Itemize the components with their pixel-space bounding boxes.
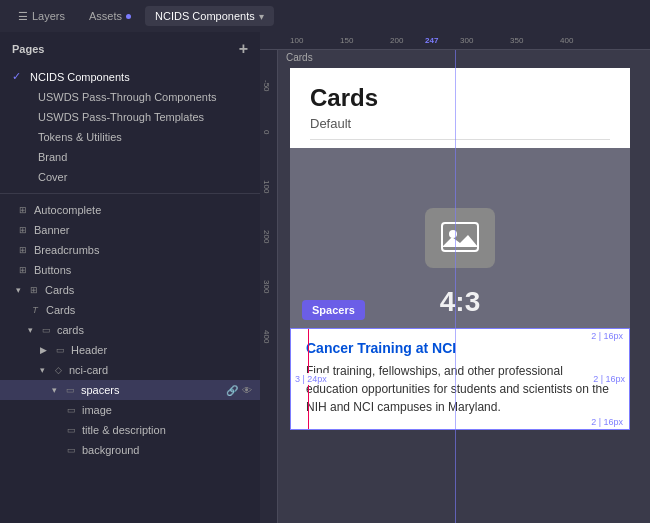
image-placeholder-icon [425, 208, 495, 268]
spacing-label-left: 3 | 24px [292, 373, 330, 385]
rect-icon: ▭ [64, 443, 78, 457]
chevron-down-icon: ▾ [259, 11, 264, 22]
layer-spacers[interactable]: ▾ ▭ spacers 🔗 👁 [0, 380, 260, 400]
spacing-label-right: 2 | 16px [590, 373, 628, 385]
ruler-tick: 100 [290, 36, 303, 45]
layer-background[interactable]: ▭ background [0, 440, 260, 460]
eye-icon[interactable]: 👁 [242, 385, 252, 396]
hash-icon: ⊞ [16, 263, 30, 277]
rect-icon: ▭ [64, 403, 78, 417]
hash-icon: ⊞ [16, 223, 30, 237]
ruler-label: 400 [262, 330, 271, 343]
ruler-tick: 400 [560, 36, 573, 45]
divider [0, 193, 260, 194]
page-item-ncids[interactable]: ✓ NCIDS Components [0, 66, 260, 87]
ruler-tick: 150 [340, 36, 353, 45]
tab-ncids[interactable]: NCIDS Components ▾ [145, 6, 274, 26]
layer-cards-frame[interactable]: ▾ ▭ cards [0, 320, 260, 340]
component-icon: ◇ [51, 363, 65, 377]
card-description: Find training, fellowships, and other pr… [306, 362, 614, 416]
canvas-area[interactable]: 100 150 200 247 300 350 400 -50 0 100 20… [260, 32, 650, 523]
tab-assets[interactable]: Assets [79, 6, 141, 26]
ruler-label: 200 [262, 230, 271, 243]
layer-image[interactable]: ▭ image [0, 400, 260, 420]
card-body-text: Cancer Training at NCI Find training, fe… [290, 328, 630, 430]
layer-banner[interactable]: ⊞ Banner [0, 220, 260, 240]
ruler-label: 0 [262, 130, 271, 134]
image-icon [425, 208, 495, 268]
tab-layers[interactable]: ☰ Layers [8, 6, 75, 27]
page-item-uswds-templates[interactable]: USWDS Pass-Through Templates [0, 107, 260, 127]
layers-icon: ☰ [18, 10, 28, 23]
frame-icon: ▭ [63, 383, 77, 397]
image-ratio: 4:3 [440, 286, 480, 318]
pages-header: Pages + [0, 32, 260, 66]
ruler-tick: 200 [390, 36, 403, 45]
card-title-area: Cards Default [290, 68, 630, 148]
hash-icon: ⊞ [27, 283, 41, 297]
left-panel: Pages + ✓ NCIDS Components USWDS Pass-Th… [0, 32, 260, 523]
page-item-cover[interactable]: Cover [0, 167, 260, 187]
canvas-label: Cards [286, 52, 313, 63]
page-item-brand[interactable]: Brand [0, 147, 260, 167]
ruler-tick-active: 247 [425, 36, 438, 45]
layer-title-desc[interactable]: ▭ title & description [0, 420, 260, 440]
spacing-label-top: 2 | 16px [588, 330, 626, 342]
tab-bar: ☰ Layers Assets NCIDS Components ▾ [0, 0, 650, 32]
hash-icon: ⊞ [16, 203, 30, 217]
page-item-tokens[interactable]: Tokens & Utilities [0, 127, 260, 147]
layer-autocomplete[interactable]: ⊞ Autocomplete [0, 200, 260, 220]
text-icon: T [28, 303, 42, 317]
asset-dot [126, 14, 131, 19]
check-icon: ✓ [12, 70, 24, 83]
layer-cards-text[interactable]: T Cards [0, 300, 260, 320]
ruler-label: 300 [262, 280, 271, 293]
page-item-uswds-components[interactable]: USWDS Pass-Through Components [0, 87, 260, 107]
spacer-tooltip: Spacers [302, 300, 365, 320]
layer-cards-group[interactable]: ▾ ⊞ Cards [0, 280, 260, 300]
add-page-button[interactable]: + [239, 40, 248, 58]
layer-nci-card[interactable]: ▾ ◇ nci-card [0, 360, 260, 380]
layer-buttons[interactable]: ⊞ Buttons [0, 260, 260, 280]
expand-icon: ▾ [28, 325, 33, 335]
frame-icon: ▭ [64, 423, 78, 437]
link-icon: 🔗 [226, 385, 238, 396]
expand-icon: ▾ [16, 285, 21, 295]
expand-icon: ▶ [40, 345, 47, 355]
card-frame: Cards Default 4:3 [290, 68, 630, 430]
main-area: Pages + ✓ NCIDS Components USWDS Pass-Th… [0, 32, 650, 523]
expand-icon: ▾ [52, 385, 57, 395]
spacing-label-bottom: 2 | 16px [588, 416, 626, 428]
ruler-top: 100 150 200 247 300 350 400 [260, 32, 650, 50]
frame-icon: ▭ [39, 323, 53, 337]
card-title: Cards [310, 84, 610, 112]
frame-icon: ▭ [53, 343, 67, 357]
ruler-label: 100 [262, 180, 271, 193]
pages-title: Pages [12, 43, 44, 55]
expand-icon: ▾ [40, 365, 45, 375]
ruler-tick: 350 [510, 36, 523, 45]
ruler-label: -50 [262, 80, 271, 92]
card-link[interactable]: Cancer Training at NCI [306, 340, 614, 356]
layer-breadcrumbs[interactable]: ⊞ Breadcrumbs [0, 240, 260, 260]
card-body-container: Spacers 2 | 16px 2 | 16px 2 | 16px 3 | 2… [290, 328, 630, 430]
svg-point-1 [449, 230, 457, 238]
layer-header[interactable]: ▶ ▭ Header [0, 340, 260, 360]
layer-actions: 🔗 👁 [226, 385, 252, 396]
hash-icon: ⊞ [16, 243, 30, 257]
ruler-left: -50 0 100 200 300 400 [260, 50, 278, 523]
ruler-tick: 300 [460, 36, 473, 45]
card-subtitle: Default [310, 116, 610, 140]
